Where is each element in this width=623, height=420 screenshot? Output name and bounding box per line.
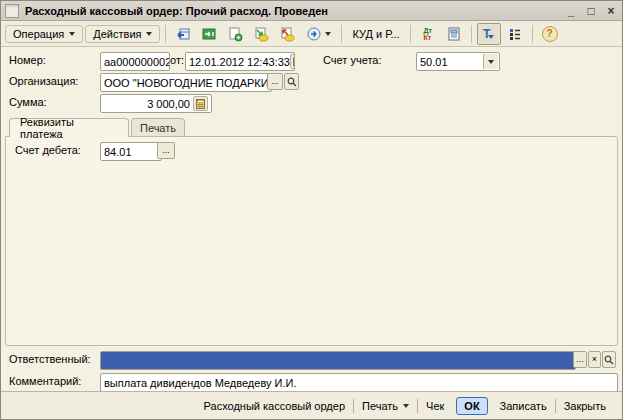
report-journal-icon <box>446 26 462 42</box>
calendar-button[interactable] <box>290 54 295 69</box>
chevron-down-icon <box>69 32 75 36</box>
debit-account-select-button[interactable]: ... <box>157 142 175 159</box>
document-structure-button[interactable] <box>503 23 527 45</box>
amount-input[interactable]: 3 000,00 <box>100 94 212 113</box>
tab-payment-details-label: Реквизиты платежа <box>20 116 118 140</box>
organization-input[interactable]: ООО "НОВОГОДНИЕ ПОДАРКИ" <box>100 73 272 92</box>
toolbar-separator <box>532 25 533 43</box>
unpost-document-icon <box>279 26 295 42</box>
cash-expense-order-window: Расходный кассовый ордер: Прочий расход.… <box>0 0 623 420</box>
t-account-structure-button[interactable]: Т <box>477 23 501 45</box>
responsible-open-button[interactable] <box>602 351 616 368</box>
chevron-down-icon <box>325 32 331 36</box>
date-input[interactable]: 12.01.2012 12:43:33 <box>185 52 295 71</box>
organization-value: ООО "НОВОГОДНИЕ ПОДАРКИ" <box>104 77 272 89</box>
responsible-input[interactable] <box>100 351 576 370</box>
dt-kt-icon: Дт Кт <box>423 27 431 41</box>
toolbar-separator <box>341 25 342 43</box>
date-label: от: <box>170 54 184 66</box>
toolbar-separator <box>471 25 472 43</box>
kud-report-button[interactable]: КУД и Р... <box>347 25 404 43</box>
debit-account-label: Счет дебета: <box>15 144 81 156</box>
save-button[interactable]: Записать <box>492 397 555 415</box>
organization-label: Организация: <box>9 75 78 87</box>
account-value: 50.01 <box>420 56 448 68</box>
help-button[interactable]: ? <box>538 23 562 45</box>
reread-button[interactable] <box>171 23 195 45</box>
toolbar-separator <box>410 25 411 43</box>
refresh-icon <box>201 26 217 42</box>
window-title: Расходный кассовый ордер: Прочий расход.… <box>25 5 564 17</box>
go-to-icon <box>306 26 322 42</box>
account-label: Счет учета: <box>323 54 381 66</box>
actions-menu-button[interactable]: Действия <box>85 25 160 43</box>
organization-select-button[interactable]: ... <box>267 73 283 90</box>
calculator-icon <box>196 99 205 109</box>
close-button[interactable]: × <box>604 4 618 18</box>
date-value: 12.01.2012 12:43:33 <box>189 56 290 68</box>
calculator-button[interactable] <box>193 96 208 111</box>
titlebar[interactable]: Расходный кассовый ордер: Прочий расход.… <box>1 1 622 21</box>
amount-value: 3 000,00 <box>147 98 190 110</box>
maximize-button[interactable]: □ <box>584 4 598 18</box>
payment-details-panel <box>5 136 618 346</box>
comment-input[interactable]: выплата дивидендов Медведеву И.И. <box>100 373 618 392</box>
copy-add-icon <box>227 26 243 42</box>
organization-open-button[interactable] <box>284 73 299 90</box>
arrow-down-icon <box>488 35 494 39</box>
account-combo[interactable]: 50.01 <box>416 52 500 71</box>
kt-label: Кт <box>423 34 431 41</box>
document-icon <box>5 4 19 18</box>
print-button[interactable]: Печать <box>354 397 417 415</box>
number-value: аа000000002 <box>104 56 170 68</box>
toolbar: Операция Действия <box>1 21 622 47</box>
ok-button[interactable]: ОК <box>456 397 487 415</box>
check-button[interactable]: Чек <box>418 397 452 415</box>
amount-label: Сумма: <box>9 96 47 108</box>
unpost-document-button[interactable] <box>275 23 299 45</box>
toolbar-separator <box>165 25 166 43</box>
number-label: Номер: <box>9 54 46 66</box>
print-form-button[interactable]: Расходный кассовый ордер <box>196 397 353 415</box>
responsible-clear-button[interactable]: × <box>588 351 601 368</box>
operation-menu-button[interactable]: Операция <box>5 25 83 43</box>
refresh-button[interactable] <box>197 23 221 45</box>
tab-payment-details[interactable]: Реквизиты платежа <box>9 118 129 137</box>
comment-label: Комментарий: <box>9 375 81 387</box>
report-journal-button[interactable] <box>442 23 466 45</box>
magnifier-icon <box>604 355 614 365</box>
operation-menu-label: Операция <box>13 28 64 40</box>
magnifier-icon <box>287 77 297 87</box>
number-input[interactable]: аа000000002 <box>100 52 170 71</box>
window-controls: _ □ × <box>564 4 618 18</box>
post-document-icon <box>253 26 269 42</box>
footer-button-bar: Расходный кассовый ордер Печать Чек ОК З… <box>1 391 622 419</box>
dt-kt-postings-button[interactable]: Дт Кт <box>416 23 440 45</box>
help-icon: ? <box>542 26 558 42</box>
chevron-down-icon <box>146 32 152 36</box>
debit-account-input[interactable]: 84.01 <box>100 142 162 161</box>
minimize-button[interactable]: _ <box>564 4 578 18</box>
print-button-label: Печать <box>362 400 398 412</box>
tab-print-label: Печать <box>140 122 176 134</box>
debit-account-value: 84.01 <box>104 146 132 158</box>
comment-value: выплата дивидендов Медведеву И.И. <box>104 377 296 389</box>
chevron-down-icon <box>488 60 494 64</box>
calendar-icon <box>293 57 295 66</box>
dt-label: Дт <box>423 27 431 34</box>
responsible-label: Ответственный: <box>9 353 91 365</box>
actions-menu-label: Действия <box>93 28 141 40</box>
copy-button[interactable] <box>223 23 247 45</box>
chevron-down-icon <box>403 404 409 408</box>
go-to-button[interactable] <box>301 23 336 45</box>
tab-print[interactable]: Печать <box>131 118 185 136</box>
dropdown-button[interactable] <box>483 54 498 69</box>
post-document-button[interactable] <box>249 23 273 45</box>
list-structure-icon <box>507 26 523 42</box>
responsible-select-button[interactable]: ... <box>573 351 587 368</box>
reread-icon <box>175 26 191 42</box>
close-window-button[interactable]: Закрыть <box>556 397 614 415</box>
